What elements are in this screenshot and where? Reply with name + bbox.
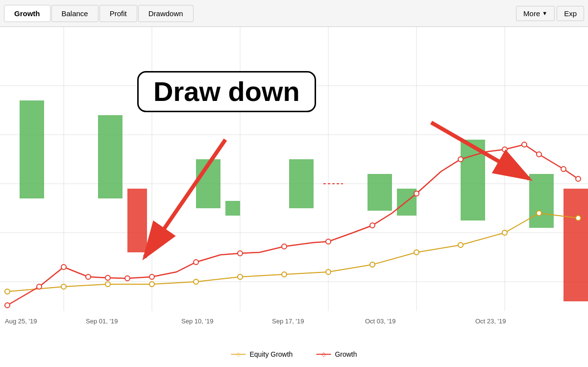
svg-point-31: [326, 269, 331, 274]
svg-point-39: [37, 284, 42, 289]
svg-text:Oct 03, '19: Oct 03, '19: [365, 318, 395, 325]
export-button[interactable]: Exp: [557, 6, 584, 21]
svg-point-48: [326, 239, 331, 244]
svg-point-30: [282, 272, 287, 277]
svg-point-43: [125, 276, 130, 281]
svg-point-56: [576, 176, 581, 181]
svg-point-47: [282, 244, 287, 249]
legend-equity-growth: Equity Growth: [231, 350, 293, 358]
svg-point-52: [502, 147, 507, 152]
svg-rect-23: [564, 189, 588, 301]
svg-point-36: [537, 211, 541, 216]
svg-point-46: [238, 251, 243, 256]
more-label: More: [523, 9, 540, 18]
svg-point-49: [370, 223, 375, 228]
svg-point-45: [194, 260, 198, 265]
svg-point-54: [537, 152, 541, 157]
svg-point-41: [86, 274, 91, 279]
svg-rect-17: [289, 159, 314, 208]
tab-profit[interactable]: Profit: [99, 5, 137, 22]
legend-growth: Growth: [316, 350, 357, 358]
chart-legend: Equity Growth Growth: [231, 350, 357, 358]
svg-text:Aug 25, '19: Aug 25, '19: [5, 318, 37, 325]
svg-text:Sep 10, '19: Sep 10, '19: [181, 318, 213, 325]
svg-point-53: [522, 142, 527, 147]
svg-point-29: [238, 274, 243, 279]
svg-point-51: [458, 157, 463, 162]
svg-point-27: [149, 282, 154, 287]
svg-rect-13: [98, 115, 122, 198]
equity-growth-line-icon: [231, 354, 245, 355]
svg-point-28: [194, 279, 198, 284]
svg-rect-12: [20, 100, 44, 198]
svg-rect-22: [529, 174, 554, 228]
svg-rect-21: [461, 140, 485, 220]
svg-text:Oct 23, '19: Oct 23, '19: [475, 318, 506, 325]
svg-rect-15: [196, 159, 220, 208]
svg-point-37: [576, 216, 581, 220]
svg-point-50: [414, 191, 419, 196]
svg-point-25: [61, 284, 66, 289]
svg-point-34: [458, 243, 463, 247]
chart-area: Aug 25, '19 Sep 01, '19 Sep 10, '19 Sep …: [0, 27, 588, 367]
tab-balance[interactable]: Balance: [51, 5, 98, 22]
equity-growth-label: Equity Growth: [249, 350, 293, 358]
svg-point-33: [414, 250, 419, 255]
svg-point-44: [149, 274, 154, 279]
growth-label: Growth: [335, 350, 357, 358]
svg-text:Sep 01, '19: Sep 01, '19: [86, 318, 118, 325]
growth-line-icon: [316, 354, 331, 355]
svg-point-38: [5, 303, 10, 308]
svg-point-35: [502, 230, 507, 235]
svg-point-40: [61, 265, 66, 269]
more-button[interactable]: More ▼: [516, 6, 555, 21]
svg-point-24: [5, 289, 10, 294]
tab-growth[interactable]: Growth: [4, 5, 50, 22]
svg-point-42: [105, 275, 110, 280]
svg-point-55: [561, 167, 566, 171]
svg-point-32: [370, 262, 375, 267]
annotation-box: Draw down: [137, 71, 316, 112]
svg-rect-16: [225, 201, 240, 216]
tab-drawdown[interactable]: Drawdown: [138, 5, 194, 22]
svg-point-26: [105, 282, 110, 287]
svg-rect-19: [368, 174, 392, 211]
svg-rect-14: [127, 189, 147, 252]
chevron-down-icon: ▼: [542, 10, 547, 16]
top-bar: Growth Balance Profit Drawdown More ▼ Ex…: [0, 0, 588, 27]
svg-text:Sep 17, '19: Sep 17, '19: [272, 318, 304, 325]
